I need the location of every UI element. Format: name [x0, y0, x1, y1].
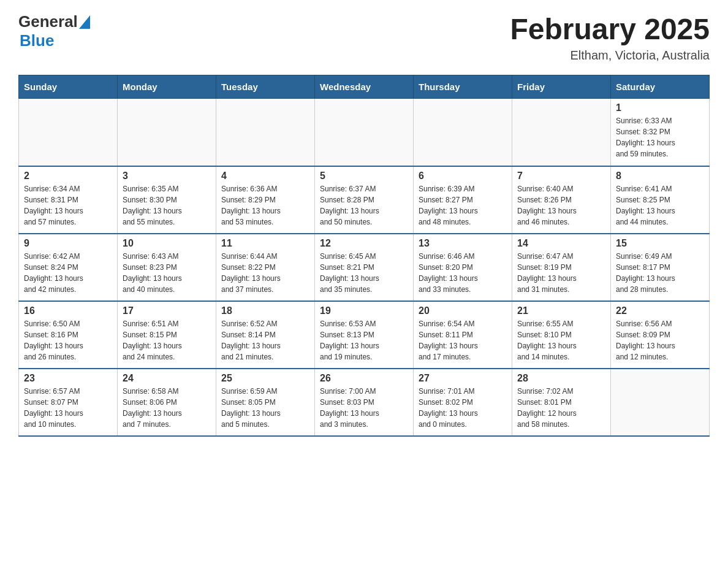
sun-info: Sunrise: 6:47 AM Sunset: 8:19 PM Dayligh…	[517, 252, 577, 294]
sun-info: Sunrise: 6:55 AM Sunset: 8:10 PM Dayligh…	[517, 320, 577, 361]
day-number: 14	[517, 238, 605, 249]
day-number: 28	[517, 373, 605, 384]
sun-info: Sunrise: 6:56 AM Sunset: 8:09 PM Dayligh…	[616, 320, 675, 361]
weekday-header-monday: Monday	[118, 75, 216, 99]
day-number: 20	[419, 305, 507, 316]
day-number: 18	[221, 305, 309, 316]
calendar-week-row: 9Sunrise: 6:42 AM Sunset: 8:24 PM Daylig…	[19, 234, 710, 301]
calendar-cell: 1Sunrise: 6:33 AM Sunset: 8:32 PM Daylig…	[611, 99, 710, 166]
weekday-header-tuesday: Tuesday	[216, 75, 315, 99]
day-number: 19	[320, 305, 408, 316]
calendar-week-row: 23Sunrise: 6:57 AM Sunset: 8:07 PM Dayli…	[19, 369, 710, 436]
calendar-cell: 10Sunrise: 6:43 AM Sunset: 8:23 PM Dayli…	[118, 234, 216, 301]
calendar-cell	[19, 99, 118, 166]
day-number: 25	[221, 373, 309, 384]
calendar-cell: 21Sunrise: 6:55 AM Sunset: 8:10 PM Dayli…	[512, 301, 611, 369]
sun-info: Sunrise: 6:40 AM Sunset: 8:26 PM Dayligh…	[517, 185, 577, 226]
sun-info: Sunrise: 6:46 AM Sunset: 8:20 PM Dayligh…	[419, 252, 478, 294]
day-number: 4	[221, 170, 309, 182]
calendar-table: SundayMondayTuesdayWednesdayThursdayFrid…	[18, 75, 710, 437]
weekday-header-friday: Friday	[512, 75, 611, 99]
calendar-cell: 22Sunrise: 6:56 AM Sunset: 8:09 PM Dayli…	[611, 301, 710, 369]
sun-info: Sunrise: 6:42 AM Sunset: 8:24 PM Dayligh…	[24, 252, 83, 294]
calendar-cell: 6Sunrise: 6:39 AM Sunset: 8:27 PM Daylig…	[414, 166, 512, 234]
calendar-cell: 25Sunrise: 6:59 AM Sunset: 8:05 PM Dayli…	[216, 369, 315, 436]
sun-info: Sunrise: 6:35 AM Sunset: 8:30 PM Dayligh…	[123, 185, 182, 226]
calendar-cell: 18Sunrise: 6:52 AM Sunset: 8:14 PM Dayli…	[216, 301, 315, 369]
title-block: February 2025 Eltham, Victoria, Australi…	[510, 12, 710, 63]
calendar-cell: 11Sunrise: 6:44 AM Sunset: 8:22 PM Dayli…	[216, 234, 315, 301]
sun-info: Sunrise: 6:52 AM Sunset: 8:14 PM Dayligh…	[221, 320, 281, 361]
day-number: 15	[616, 238, 704, 249]
calendar-cell: 23Sunrise: 6:57 AM Sunset: 8:07 PM Dayli…	[19, 369, 118, 436]
calendar-cell	[216, 99, 315, 166]
calendar-cell	[512, 99, 611, 166]
sun-info: Sunrise: 6:59 AM Sunset: 8:05 PM Dayligh…	[221, 387, 281, 429]
sun-info: Sunrise: 6:57 AM Sunset: 8:07 PM Dayligh…	[24, 387, 83, 429]
calendar-week-row: 1Sunrise: 6:33 AM Sunset: 8:32 PM Daylig…	[19, 99, 710, 166]
weekday-header-sunday: Sunday	[19, 75, 118, 99]
day-number: 2	[24, 170, 112, 182]
calendar-cell	[414, 99, 512, 166]
day-number: 24	[123, 373, 211, 384]
calendar-cell: 3Sunrise: 6:35 AM Sunset: 8:30 PM Daylig…	[118, 166, 216, 234]
calendar-cell: 9Sunrise: 6:42 AM Sunset: 8:24 PM Daylig…	[19, 234, 118, 301]
sun-info: Sunrise: 6:43 AM Sunset: 8:23 PM Dayligh…	[123, 252, 182, 294]
sun-info: Sunrise: 7:02 AM Sunset: 8:01 PM Dayligh…	[517, 387, 577, 429]
day-number: 8	[616, 170, 704, 182]
sun-info: Sunrise: 6:37 AM Sunset: 8:28 PM Dayligh…	[320, 185, 379, 226]
calendar-cell: 26Sunrise: 7:00 AM Sunset: 8:03 PM Dayli…	[315, 369, 414, 436]
weekday-header-row: SundayMondayTuesdayWednesdayThursdayFrid…	[19, 75, 710, 99]
sun-info: Sunrise: 6:44 AM Sunset: 8:22 PM Dayligh…	[221, 252, 281, 294]
calendar-cell: 5Sunrise: 6:37 AM Sunset: 8:28 PM Daylig…	[315, 166, 414, 234]
calendar-cell: 13Sunrise: 6:46 AM Sunset: 8:20 PM Dayli…	[414, 234, 512, 301]
page-header: General Blue February 2025 Eltham, Victo…	[18, 12, 710, 63]
calendar-cell	[118, 99, 216, 166]
logo: General Blue	[18, 12, 90, 50]
day-number: 23	[24, 373, 112, 384]
calendar-cell	[315, 99, 414, 166]
day-number: 21	[517, 305, 605, 316]
day-number: 3	[123, 170, 211, 182]
sun-info: Sunrise: 6:41 AM Sunset: 8:25 PM Dayligh…	[616, 185, 675, 226]
calendar-cell: 4Sunrise: 6:36 AM Sunset: 8:29 PM Daylig…	[216, 166, 315, 234]
day-number: 11	[221, 238, 309, 249]
calendar-cell: 20Sunrise: 6:54 AM Sunset: 8:11 PM Dayli…	[414, 301, 512, 369]
calendar-cell: 16Sunrise: 6:50 AM Sunset: 8:16 PM Dayli…	[19, 301, 118, 369]
calendar-cell: 17Sunrise: 6:51 AM Sunset: 8:15 PM Dayli…	[118, 301, 216, 369]
sun-info: Sunrise: 6:36 AM Sunset: 8:29 PM Dayligh…	[221, 185, 281, 226]
sun-info: Sunrise: 6:34 AM Sunset: 8:31 PM Dayligh…	[24, 185, 83, 226]
calendar-cell: 12Sunrise: 6:45 AM Sunset: 8:21 PM Dayli…	[315, 234, 414, 301]
day-number: 1	[616, 102, 704, 113]
logo-blue-text: Blue	[20, 31, 54, 50]
day-number: 13	[419, 238, 507, 249]
calendar-cell: 14Sunrise: 6:47 AM Sunset: 8:19 PM Dayli…	[512, 234, 611, 301]
weekday-header-saturday: Saturday	[611, 75, 710, 99]
month-title: February 2025	[510, 12, 710, 46]
calendar-cell: 27Sunrise: 7:01 AM Sunset: 8:02 PM Dayli…	[414, 369, 512, 436]
day-number: 22	[616, 305, 704, 316]
weekday-header-thursday: Thursday	[414, 75, 512, 99]
location-subtitle: Eltham, Victoria, Australia	[510, 48, 710, 63]
calendar-cell: 28Sunrise: 7:02 AM Sunset: 8:01 PM Dayli…	[512, 369, 611, 436]
calendar-cell: 19Sunrise: 6:53 AM Sunset: 8:13 PM Dayli…	[315, 301, 414, 369]
calendar-cell	[611, 369, 710, 436]
day-number: 5	[320, 170, 408, 182]
sun-info: Sunrise: 6:49 AM Sunset: 8:17 PM Dayligh…	[616, 252, 675, 294]
day-number: 6	[419, 170, 507, 182]
day-number: 16	[24, 305, 112, 316]
day-number: 12	[320, 238, 408, 249]
sun-info: Sunrise: 6:54 AM Sunset: 8:11 PM Dayligh…	[419, 320, 478, 361]
sun-info: Sunrise: 6:50 AM Sunset: 8:16 PM Dayligh…	[24, 320, 83, 361]
sun-info: Sunrise: 7:01 AM Sunset: 8:02 PM Dayligh…	[419, 387, 478, 429]
sun-info: Sunrise: 7:00 AM Sunset: 8:03 PM Dayligh…	[320, 387, 379, 429]
calendar-week-row: 2Sunrise: 6:34 AM Sunset: 8:31 PM Daylig…	[19, 166, 710, 234]
day-number: 26	[320, 373, 408, 384]
calendar-cell: 24Sunrise: 6:58 AM Sunset: 8:06 PM Dayli…	[118, 369, 216, 436]
sun-info: Sunrise: 6:33 AM Sunset: 8:32 PM Dayligh…	[616, 117, 675, 158]
logo-triangle-icon	[79, 15, 90, 29]
day-number: 10	[123, 238, 211, 249]
day-number: 7	[517, 170, 605, 182]
svg-marker-0	[79, 15, 90, 29]
calendar-cell: 15Sunrise: 6:49 AM Sunset: 8:17 PM Dayli…	[611, 234, 710, 301]
